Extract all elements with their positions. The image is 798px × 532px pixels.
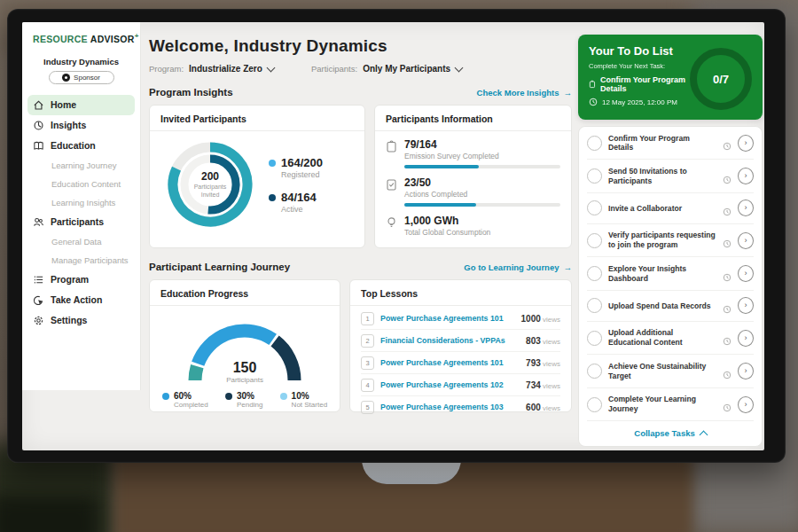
task-chevron-button[interactable]: › <box>738 363 754 379</box>
task-checkbox[interactable] <box>587 298 602 313</box>
program-filter[interactable]: Program: Industrialize Zero <box>149 64 274 74</box>
sidebar-item-program[interactable]: Program <box>27 270 135 290</box>
lesson-link[interactable]: Financial Considerations - VPPAs <box>380 336 520 345</box>
sidebar-item-learning-insights[interactable]: Learning Insights <box>27 193 135 212</box>
arrow-right-icon: → <box>564 262 573 272</box>
todo-task-row: Achieve One Sustainability Target› <box>587 355 754 387</box>
todo-due-label: 12 May 2025, 12:00 PM <box>602 98 677 106</box>
link-label: Go to Learning Journey <box>464 262 559 272</box>
sidebar-nav: HomeInsightsEducationLearning JourneyEdu… <box>22 95 140 331</box>
legend-dot-icon <box>269 194 276 201</box>
stat-value: 1,000 GWh <box>404 215 490 227</box>
monitor-bezel: RESOURCE ADVISOR+ Industry Dynamics Spon… <box>7 9 786 463</box>
progress-bar-fill <box>404 203 476 207</box>
sidebar-item-general-data[interactable]: General Data <box>27 232 135 251</box>
chevron-down-icon <box>455 63 464 72</box>
sidebar-item-label: Insights <box>51 120 86 130</box>
insights-cards-row: Invited Participants 200 Participants In… <box>149 105 572 248</box>
gauge-center-sub: Participants <box>178 376 311 384</box>
stat-body: 1,000 GWhTotal Global Consumption <box>404 215 490 237</box>
sidebar-item-learning-journey[interactable]: Learning Journey <box>27 156 135 175</box>
stat-label: Total Global Consumption <box>404 228 490 237</box>
todo-task-row: Send 50 Invitations to Participants› <box>587 160 754 192</box>
legend-text: 60%Completed <box>174 391 208 409</box>
task-chevron-button[interactable]: › <box>738 396 754 413</box>
lesson-rank-badge: 5 <box>361 401 374 414</box>
task-checkbox[interactable] <box>587 364 602 379</box>
lesson-row: 1Power Purchase Agreements 1011000 views <box>361 308 560 330</box>
bulb-icon <box>386 215 397 237</box>
lesson-link[interactable]: Power Purchase Agreements 101 <box>380 314 514 323</box>
legend-dot-icon <box>269 160 276 167</box>
sidebar-item-take-action[interactable]: Take Action <box>27 290 135 310</box>
task-checkbox[interactable] <box>587 168 602 184</box>
task-chevron-button[interactable]: › <box>738 232 754 249</box>
sidebar-item-label: Home <box>51 99 76 110</box>
dashboard-screen: RESOURCE ADVISOR+ Industry Dynamics Spon… <box>22 22 764 450</box>
todo-title: Your To Do List <box>589 44 690 58</box>
task-chevron-button[interactable]: › <box>738 200 754 216</box>
todo-next-task[interactable]: Confirm Your Program Details <box>589 75 690 93</box>
lesson-link[interactable]: Power Purchase Agreements 102 <box>380 380 520 389</box>
legend-label: Registered <box>281 170 323 179</box>
todo-header-card: Your To Do List Complete Your Next Task:… <box>578 35 763 120</box>
todo-progress-ring: 0/7 <box>690 48 752 110</box>
task-chevron-button[interactable]: › <box>738 168 754 184</box>
stat-body: 23/50Actions Completed <box>404 176 560 207</box>
donut-center-label: 200 Participants Invited <box>164 138 256 231</box>
collapse-tasks-link[interactable]: Collapse Tasks <box>587 421 754 446</box>
app-logo: RESOURCE ADVISOR+ <box>22 22 140 44</box>
journey-cards-row: Education Progress 150 Participants 60%C… <box>149 279 572 412</box>
monitor-stand <box>362 459 461 484</box>
participants-filter[interactable]: Participants: Only My Participants <box>311 64 462 74</box>
clock-icon <box>589 98 598 106</box>
lesson-link[interactable]: Power Purchase Agreements 103 <box>380 403 520 411</box>
main-column: Welcome, Industry Dynamics Program: Indu… <box>149 35 572 450</box>
task-label: Confirm Your Program Details <box>608 134 716 153</box>
go-to-learning-journey-link[interactable]: Go to Learning Journey → <box>464 262 572 272</box>
task-checkbox[interactable] <box>587 136 602 151</box>
chevron-down-icon <box>266 63 275 72</box>
lesson-views: 793 views <box>526 358 560 368</box>
card-title: Top Lessons <box>361 288 560 299</box>
participants-filter-label: Participants: <box>311 64 357 74</box>
sidebar-item-home[interactable]: Home <box>27 95 135 115</box>
gauge-legend-item: 60%Completed <box>162 391 208 409</box>
sidebar-item-settings[interactable]: Settings <box>27 310 135 331</box>
task-chevron-button[interactable]: › <box>738 265 754 282</box>
task-chevron-button[interactable]: › <box>738 330 754 347</box>
task-checkbox[interactable] <box>587 200 602 215</box>
task-checkbox[interactable] <box>587 397 602 412</box>
progress-bar <box>404 203 560 207</box>
donut-legend: 164/200Registered84/164Active <box>269 156 323 214</box>
task-chevron-button[interactable]: › <box>738 135 754 152</box>
main-area: Welcome, Industry Dynamics Program: Indu… <box>140 22 764 450</box>
sidebar-item-manage-participants[interactable]: Manage Participants <box>27 251 135 270</box>
task-label: Send 50 Invitations to Participants <box>608 167 716 185</box>
donut-center-value: 200 <box>201 170 219 183</box>
logo-advisor: ADVISOR <box>90 34 135 44</box>
sidebar-item-education-content[interactable]: Education Content <box>27 175 135 193</box>
check-more-insights-link[interactable]: Check More Insights → <box>477 88 572 98</box>
gauge-legend: 60%Completed30%Pending10%Not Started <box>160 391 329 409</box>
sidebar-item-label: Education Content <box>51 179 121 189</box>
sponsor-badge: Sponsor <box>49 71 114 84</box>
lesson-link[interactable]: Power Purchase Agreements 101 <box>380 358 520 367</box>
legend-dot-icon <box>280 393 287 400</box>
education-progress-card: Education Progress 150 Participants 60%C… <box>149 279 340 412</box>
task-checkbox[interactable] <box>587 331 602 346</box>
lesson-row: 4Power Purchase Agreements 102734 views <box>361 374 560 396</box>
section-title: Participant Learning Journey <box>149 262 290 272</box>
task-chevron-button[interactable]: › <box>738 297 754 314</box>
clipboard-icon <box>386 138 397 168</box>
sidebar-item-insights[interactable]: Insights <box>27 115 135 136</box>
sidebar-item-education[interactable]: Education <box>27 136 135 156</box>
sidebar-item-participants[interactable]: Participants <box>27 212 135 232</box>
sidebar-item-label: Participants <box>51 216 104 227</box>
stat-row: 1,000 GWhTotal Global Consumption <box>386 215 560 237</box>
task-checkbox[interactable] <box>587 233 602 248</box>
task-checkbox[interactable] <box>587 266 602 281</box>
task-label: Achieve One Sustainability Target <box>608 362 716 380</box>
stat-value: 79/164 <box>404 138 560 151</box>
stat-body: 79/164Emission Survey Completed <box>404 138 560 168</box>
